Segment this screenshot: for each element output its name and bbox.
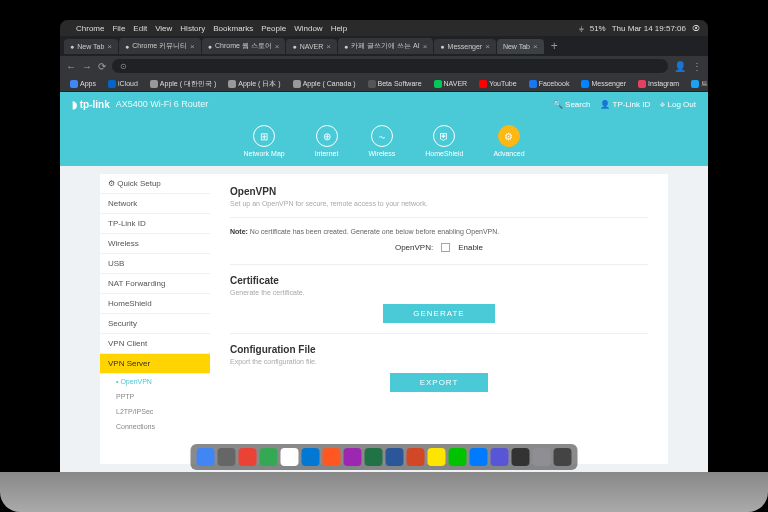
sidebar-item-quick-setup[interactable]: ⚙ Quick Setup: [100, 174, 210, 194]
globe-icon: ⊕: [316, 125, 338, 147]
certificate-title: Certificate: [230, 275, 648, 286]
bookmark[interactable]: Apple ( 日本 ): [224, 77, 284, 91]
dock-app-icon[interactable]: [470, 448, 488, 466]
tab[interactable]: ● New Tab×: [64, 39, 118, 54]
dock-app-icon[interactable]: [386, 448, 404, 466]
spotlight-icon[interactable]: ⦿: [692, 24, 700, 33]
tplink-id-link[interactable]: 👤 TP-Link ID: [600, 100, 650, 109]
bookmark[interactable]: iCloud: [104, 78, 142, 90]
forward-button[interactable]: →: [82, 61, 92, 72]
dock-app-icon[interactable]: [281, 448, 299, 466]
tab-active[interactable]: New Tab×: [497, 39, 544, 54]
router-header: ◗ tp-link AX5400 Wi-Fi 6 Router 🔍 Search…: [60, 92, 708, 116]
new-tab-button[interactable]: +: [545, 39, 564, 53]
close-icon[interactable]: ×: [533, 42, 538, 51]
tab[interactable]: ● Chrome 커뮤니티×: [119, 38, 201, 54]
dock-app-icon[interactable]: [365, 448, 383, 466]
bookmark[interactable]: NAVER: [430, 78, 472, 90]
battery-label: 51%: [590, 24, 606, 33]
bookmark[interactable]: Apple ( Canada ): [289, 78, 360, 90]
sidebar-item-security[interactable]: Security: [100, 314, 210, 334]
close-icon[interactable]: ×: [423, 42, 428, 51]
dock-app-icon[interactable]: [449, 448, 467, 466]
wifi-icon: ⏦: [371, 125, 393, 147]
browser-toolbar: ← → ⟳ ⊙ 👤 ⋮: [60, 56, 708, 76]
sidebar-sub-pptp[interactable]: PPTP: [100, 389, 210, 404]
bookmark[interactable]: Beta Software: [364, 78, 426, 90]
address-bar[interactable]: ⊙: [112, 59, 668, 73]
laptop-base: [0, 472, 768, 512]
dock-app-icon[interactable]: [323, 448, 341, 466]
dock-finder-icon[interactable]: [197, 448, 215, 466]
generate-button[interactable]: GENERATE: [383, 304, 494, 323]
dock-app-icon[interactable]: [260, 448, 278, 466]
reload-button[interactable]: ⟳: [98, 61, 106, 72]
sidebar-item-wireless[interactable]: Wireless: [100, 234, 210, 254]
dock-app-icon[interactable]: [407, 448, 425, 466]
dock-app-icon[interactable]: [428, 448, 446, 466]
macos-menubar: Chrome File Edit View History Bookmarks …: [60, 20, 708, 36]
nav-advanced[interactable]: ⚙Advanced: [493, 125, 524, 157]
enable-label: Enable: [458, 243, 483, 252]
sidebar-item-homeshield[interactable]: HomeShield: [100, 294, 210, 314]
menu-icon[interactable]: ⋮: [692, 61, 702, 72]
dock-app-icon[interactable]: [302, 448, 320, 466]
sidebar-sub-l2tp[interactable]: L2TP/IPSec: [100, 404, 210, 419]
sidebar-item-usb[interactable]: USB: [100, 254, 210, 274]
tab[interactable]: ● Chrome 웹 스토어×: [202, 38, 286, 54]
close-icon[interactable]: ×: [485, 42, 490, 51]
tab[interactable]: ● NAVER×: [286, 39, 337, 54]
profile-icon[interactable]: 👤: [674, 61, 686, 72]
sidebar-item-vpn-client[interactable]: VPN Client: [100, 334, 210, 354]
nav-homeshield[interactable]: ⛨HomeShield: [425, 125, 463, 157]
bookmark[interactable]: Messenger: [577, 78, 630, 90]
dock-trash-icon[interactable]: [554, 448, 572, 466]
sidebar-item-vpn-server[interactable]: VPN Server: [100, 354, 210, 374]
dock-settings-icon[interactable]: [533, 448, 551, 466]
bookmark[interactable]: YouTube: [475, 78, 521, 90]
sidebar-sub-openvpn[interactable]: • OpenVPN: [100, 374, 210, 389]
bookmarks-bar: Apps iCloud Apple ( 대한민국 ) Apple ( 日本 ) …: [60, 76, 708, 92]
browser-tabs: ● New Tab× ● Chrome 커뮤니티× ● Chrome 웹 스토어…: [60, 36, 708, 56]
app-menu[interactable]: Chrome: [76, 24, 104, 33]
bookmark-apps[interactable]: Apps: [66, 78, 100, 90]
bookmark[interactable]: 트위터: [687, 77, 708, 91]
tab[interactable]: ● Messenger×: [434, 39, 496, 54]
close-icon[interactable]: ×: [275, 42, 280, 51]
bookmark[interactable]: Facebook: [525, 78, 574, 90]
certificate-desc: Generate the certificate.: [230, 289, 648, 296]
dock-app-icon[interactable]: [344, 448, 362, 466]
model-label: AX5400 Wi-Fi 6 Router: [116, 99, 209, 109]
logout-link[interactable]: ⎆ Log Out: [660, 100, 696, 109]
top-nav: ⊞Network Map ⊕Internet ⏦Wireless ⛨HomeSh…: [60, 116, 708, 166]
close-icon[interactable]: ×: [326, 42, 331, 51]
bookmark[interactable]: Instagram: [634, 78, 683, 90]
back-button[interactable]: ←: [66, 61, 76, 72]
search-link[interactable]: 🔍 Search: [553, 100, 591, 109]
enable-checkbox[interactable]: [441, 243, 450, 252]
sidebar: ⚙ Quick Setup Network TP-Link ID Wireles…: [100, 174, 210, 464]
dock-app-icon[interactable]: [491, 448, 509, 466]
close-icon[interactable]: ×: [190, 42, 195, 51]
brand-logo: ◗ tp-link: [72, 99, 110, 110]
bookmark[interactable]: Apple ( 대한민국 ): [146, 77, 220, 91]
export-button[interactable]: EXPORT: [390, 373, 489, 392]
network-icon: ⊞: [253, 125, 275, 147]
openvpn-field-label: OpenVPN:: [395, 243, 433, 252]
dock-app-icon[interactable]: [218, 448, 236, 466]
nav-wireless[interactable]: ⏦Wireless: [368, 125, 395, 157]
main-panel: OpenVPN Set up an OpenVPN for secure, re…: [210, 174, 668, 464]
openvpn-title: OpenVPN: [230, 186, 648, 197]
nav-network-map[interactable]: ⊞Network Map: [243, 125, 284, 157]
close-icon[interactable]: ×: [107, 42, 112, 51]
dock-app-icon[interactable]: [512, 448, 530, 466]
sidebar-sub-connections[interactable]: Connections: [100, 419, 210, 434]
openvpn-desc: Set up an OpenVPN for secure, remote acc…: [230, 200, 648, 207]
nav-internet[interactable]: ⊕Internet: [315, 125, 339, 157]
tab[interactable]: ● 카페 글쓰기에 쓰는 AI×: [338, 38, 433, 54]
sidebar-item-network[interactable]: Network: [100, 194, 210, 214]
sidebar-item-tplink-id[interactable]: TP-Link ID: [100, 214, 210, 234]
sidebar-item-nat[interactable]: NAT Forwarding: [100, 274, 210, 294]
dock-app-icon[interactable]: [239, 448, 257, 466]
wifi-icon[interactable]: ⏚: [579, 24, 584, 33]
